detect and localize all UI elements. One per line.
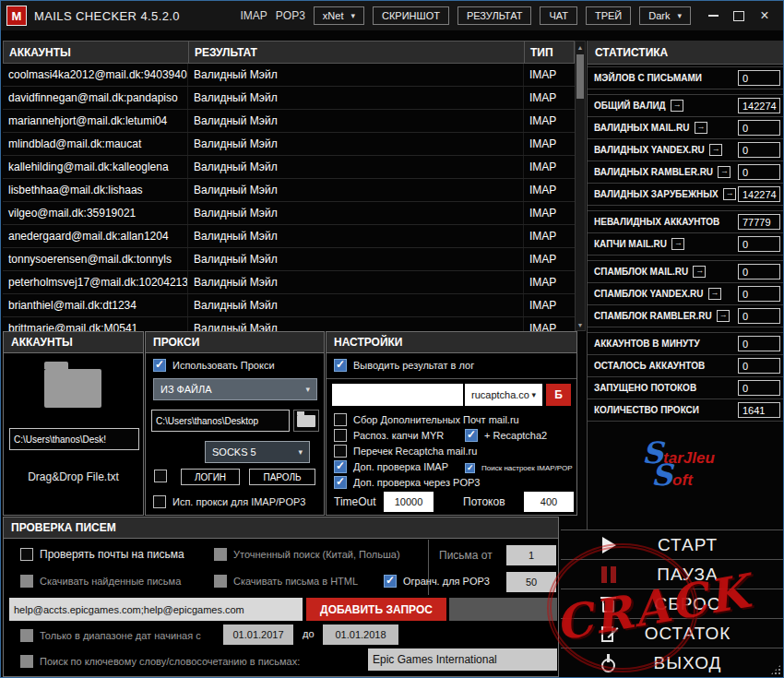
export-icon[interactable] [709,144,722,156]
checkbox-imap-settings-search[interactable] [465,463,475,473]
cell-result: Валидный Мэйл [188,317,524,331]
trash-button[interactable]: СБРОС [561,589,783,618]
screenshot-button[interactable]: СКРИНШОТ [373,6,449,25]
checkbox-check-letters[interactable] [20,548,33,561]
tray-button[interactable]: ТРЕЙ [586,6,631,25]
export-icon[interactable] [693,266,706,278]
result-button[interactable]: РЕЗУЛЬТАТ [457,6,531,25]
checkbox-recaptcha2[interactable] [465,429,478,442]
add-query-button[interactable]: ДОБАВИТЬ ЗАПРОС [306,598,446,621]
letters-from-input[interactable] [506,545,556,565]
action-label: СТАРТ [620,535,783,555]
cell-result: Валидный Мэйл [188,87,524,109]
checkbox-captcha-myr[interactable] [334,429,347,442]
checkbox-log-output[interactable] [334,359,347,372]
pause-button[interactable]: ПАУЗА [561,559,783,589]
folder-icon[interactable] [44,369,101,408]
minimize-button[interactable] [700,4,726,28]
balance-button[interactable]: Б [546,384,571,406]
export-icon[interactable] [708,288,721,300]
captcha-myr-label: Распоз. капчи MYR [353,430,444,441]
export-icon[interactable] [723,188,736,200]
settings-panel-title: НАСТРОЙКИ [327,332,576,353]
scrollbar-thumb[interactable] [576,54,584,99]
menu-pop3[interactable]: POP3 [276,9,305,22]
proxy-password-input[interactable]: ПАРОЛЬ [249,469,315,485]
stat-value: 0 [738,164,780,180]
app-window: M MAILS CHECKER 4.5.2.0 IMAP POP3 xNet ▾… [0,0,784,678]
xnet-dropdown[interactable]: xNet ▾ [314,6,364,25]
browse-proxy-file-button[interactable] [293,410,319,432]
cell-account: mariannehjort@mail.dk:letumi04 [3,110,188,132]
table-scrollbar: ▲ ▼ [575,41,586,331]
table-row[interactable]: brittmarie@mail.dk:M0541 Валидный Мэйл I… [3,317,575,331]
export-icon[interactable] [717,310,730,322]
proxy-type-dropdown[interactable]: SOCKS 5 ▾ [205,441,310,463]
threads-input[interactable] [524,492,574,512]
table-row[interactable]: anedergaard@mail.dk:allan1204 Валидный М… [3,225,575,248]
export-icon[interactable] [695,122,707,134]
download-letters-label: Скачивать найденные письма [40,576,181,587]
rest-button[interactable]: ОСТАТОК [561,618,783,648]
checkbox-pop3-check[interactable] [334,476,347,489]
stat-label: МЭЙЛОВ С ПИСЬМАМИ [594,73,702,83]
table-row[interactable]: lisbethhaa@mail.dk:lishaas Валидный Мэйл… [3,179,575,202]
stat-group: МЭЙЛОВ С ПИСЬМАМИ 0 [588,66,783,89]
table-row[interactable]: tonnysoerensen@mail.dk:tonnyls Валидный … [3,248,575,271]
export-icon[interactable] [671,238,684,250]
timeout-input[interactable] [384,492,434,512]
checkbox-recheck-recaptcha[interactable] [334,445,347,458]
column-header-accounts[interactable]: АККАУНТЫ [4,42,189,63]
menu-imap[interactable]: IMAP [241,9,267,22]
date-to-input[interactable] [323,624,398,645]
checkbox-collect-extra-mail[interactable] [334,413,347,426]
brand-logo: StarJleu Soft [642,442,771,490]
checkbox-pop3-limit[interactable] [384,575,397,588]
table-row[interactable]: coolmasi4ka2012@mail.dk:94039403 Валидны… [3,64,575,87]
use-proxy-label: Использовать Прокси [172,360,275,371]
checkbox-download-html [214,575,227,588]
captcha-key-input[interactable] [332,384,463,406]
table-row[interactable]: davidfinnegan@mail.dk:pandapiso Валидный… [3,87,575,110]
stat-row: СПАМБЛОК YANDEX.RU 0 [588,283,783,305]
proxy-file-path-input[interactable] [151,410,290,432]
stat-row: ВАЛИДНЫХ YANDEX.RU 0 [588,139,783,161]
scroll-down-arrow[interactable]: ▼ [576,319,585,330]
chat-button[interactable]: ЧАТ [540,6,577,25]
column-header-type[interactable]: ТИП [525,42,574,63]
checkbox-proxy-auth[interactable] [154,470,167,482]
captcha-service-dropdown[interactable]: rucaptcha.co ▾ [465,384,542,406]
checkbox-proxy-imap-pop3[interactable] [153,495,166,508]
close-button[interactable]: × [752,4,778,28]
table-row[interactable]: mariannehjort@mail.dk:letumi04 Валидный … [3,110,575,133]
export-icon[interactable] [671,100,683,112]
proxy-source-dropdown[interactable]: ИЗ ФАЙЛА ▾ [153,378,317,400]
checkbox-use-proxy[interactable] [153,359,166,372]
proxy-type-value: SOCKS 5 [212,446,256,458]
table-row[interactable]: vilgeo@mail.dk:35919021 Валидный Мэйл IM… [3,202,575,225]
table-row[interactable]: kallehilding@mail.dk:kalleoglena Валидны… [3,156,575,179]
proxy-source-value: ИЗ ФАЙЛА [160,384,212,395]
scroll-up-arrow[interactable]: ▲ [576,42,585,53]
search-query-input[interactable] [9,598,303,621]
theme-dropdown[interactable]: Dark ▾ [639,6,691,25]
stat-value: 77779 [738,214,780,230]
power-button[interactable]: ВЫХОД [561,648,783,677]
checkbox-imap-check[interactable] [334,460,347,473]
export-icon[interactable] [718,166,731,178]
accounts-file-path-input[interactable] [9,428,139,450]
pop3-limit-input[interactable] [506,572,556,592]
power-icon [598,652,620,674]
maximize-button[interactable] [726,4,752,28]
column-header-result[interactable]: РЕЗУЛЬТАТ [189,42,525,63]
table-row[interactable]: mlindblad@mail.dk:maucat Валидный Мэйл I… [3,133,575,156]
chevron-down-icon: ▾ [350,11,355,20]
table-row[interactable]: brianthiel@mail.dk:dt1234 Валидный Мэйл … [3,294,575,317]
table-row[interactable]: peterholmsvej17@mail.dk:10204213 Валидны… [3,271,575,294]
date-from-input[interactable] [223,624,293,645]
keyword-input[interactable] [368,648,557,671]
proxy-login-input[interactable]: ЛОГИН [181,469,240,485]
stat-value: 0 [738,308,780,324]
close-icon: × [760,8,768,23]
play-button[interactable]: СТАРТ [561,529,783,559]
